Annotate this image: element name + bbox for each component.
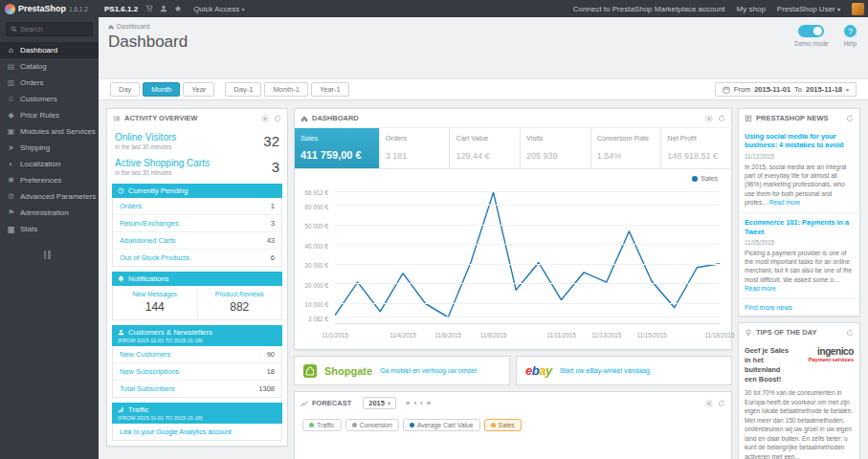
- news-item-title[interactable]: Using social media for your business: 4 …: [745, 132, 854, 150]
- prestashop-logo[interactable]: PrestaShop 1.6.1.2: [0, 4, 99, 14]
- gear-icon[interactable]: [261, 115, 269, 122]
- pending-row-out-of-stock[interactable]: Out of Stock Products6: [113, 250, 281, 266]
- kpi-net-profit[interactable]: Net Profit148 918,51 €: [661, 128, 731, 168]
- range-year-1-button[interactable]: Year-1: [311, 82, 349, 97]
- news-item: Using social media for your business: 4 …: [739, 127, 859, 213]
- read-more-link[interactable]: Read more: [769, 199, 801, 206]
- range-month-1-button[interactable]: Month-1: [264, 82, 308, 97]
- cart-icon[interactable]: [145, 5, 153, 12]
- currently-pending-title: Currently Pending: [128, 186, 188, 195]
- ebay-letter: y: [545, 363, 552, 378]
- trophy-icon[interactable]: [174, 5, 182, 12]
- row-value: 6: [271, 253, 275, 262]
- ebay-link[interactable]: Start uw eBay-winkel vandaag: [560, 367, 650, 374]
- forecast-toggle-conversion[interactable]: Conversion: [345, 419, 399, 431]
- kpi-conversion-rate[interactable]: Conversion Rate1.54%: [591, 128, 662, 168]
- forecast-toggle-traffic[interactable]: Traffic: [302, 419, 342, 431]
- refresh-icon[interactable]: [718, 115, 725, 122]
- pending-row-returns[interactable]: Return/Exchanges3: [113, 215, 281, 232]
- sidebar-item-administration[interactable]: ⚑Administration: [0, 205, 99, 221]
- sidebar-item-catalog[interactable]: ▤Catalog: [0, 58, 99, 75]
- new-messages-tile[interactable]: New Messages 144: [113, 286, 198, 319]
- read-more-link[interactable]: Read more: [745, 285, 776, 292]
- average-cart-value-dot: [410, 423, 414, 427]
- row-label: Abandoned Carts: [120, 236, 175, 245]
- online-visitors-stat: Online Visitors in the last 30 minutes 3…: [107, 127, 287, 153]
- sidebar-item-modules-and-services[interactable]: ▣Modules and Services: [0, 123, 99, 140]
- forecast-toggle-average-cart-value[interactable]: Average Cart Value: [403, 419, 480, 431]
- range-day-button[interactable]: Day: [110, 82, 140, 97]
- refresh-icon[interactable]: [846, 329, 854, 337]
- pending-row-abandoned-carts[interactable]: Abandoned Carts43: [113, 232, 281, 250]
- sidebar-item-dashboard[interactable]: ⌂Dashboard: [0, 42, 99, 58]
- date-from-label: From: [734, 85, 751, 94]
- sidebar-item-shipping[interactable]: ➤Shipping: [0, 140, 99, 156]
- ebay-module-banner[interactable]: ebay Start uw eBay-winkel vandaag: [516, 356, 732, 385]
- forecast-year-select[interactable]: 2015▾: [363, 397, 396, 409]
- date-to-value: 2015-11-18: [806, 85, 842, 94]
- customers-row-total-subscribers[interactable]: Total Subscribers1308: [113, 381, 281, 397]
- dashboard-panel-title: DASHBOARD: [312, 114, 359, 122]
- row-value: 1308: [258, 384, 275, 393]
- kpi-label: Sales: [300, 134, 373, 142]
- sidebar-item-orders[interactable]: ▥Orders: [0, 75, 99, 91]
- sidebar-item-stats[interactable]: ▆Stats: [0, 221, 99, 237]
- user-menu[interactable]: PrestaShop User ▾: [777, 5, 840, 13]
- demo-mode-toggle[interactable]: [798, 25, 824, 37]
- shopgate-module-banner[interactable]: Shopgate Ga mobiel en verhoog uw omzet: [294, 356, 510, 385]
- prestashop-logo-icon: [5, 4, 15, 14]
- breadcrumb[interactable]: Dashboard: [99, 17, 868, 30]
- sidebar-item-customers[interactable]: ☺Customers: [0, 91, 99, 107]
- my-shop-link[interactable]: My shop: [737, 5, 766, 13]
- customers-newsletters-section: Customers & Newsletters (FROM 2015-11-01…: [112, 325, 282, 398]
- date-range-picker[interactable]: From 2015-11-01 To 2015-11-18 ▾: [715, 82, 857, 97]
- refresh-icon[interactable]: [846, 115, 854, 122]
- pager-next-button[interactable]: ›: [420, 399, 423, 407]
- search-input[interactable]: [20, 25, 81, 33]
- kpi-orders[interactable]: Orders3 181: [380, 128, 451, 168]
- chart-x-tick: 11/13/2015: [591, 332, 621, 339]
- avatar[interactable]: [852, 3, 864, 15]
- profile-icon[interactable]: [160, 5, 167, 12]
- chevron-down-icon: ▾: [241, 7, 244, 12]
- sidebar-item-price-rules[interactable]: ◆Price Rules: [0, 107, 99, 123]
- refresh-icon[interactable]: [274, 115, 281, 122]
- sidebar-item-localization[interactable]: ◐Localization: [0, 156, 99, 172]
- sidebar-item-preferences[interactable]: ✱Preferences: [0, 172, 99, 188]
- range-year-button[interactable]: Year: [183, 82, 214, 97]
- kpi-sales[interactable]: Sales411 759,00 €: [295, 128, 380, 168]
- chart-legend[interactable]: Sales: [692, 175, 718, 182]
- range-month-button[interactable]: Month: [143, 82, 180, 97]
- pending-row-orders[interactable]: Orders1: [113, 198, 281, 215]
- quick-access-menu[interactable]: Quick Access ▾: [193, 5, 244, 13]
- sidebar-item-advanced-parameters[interactable]: ⚙Advanced Parameters: [0, 188, 99, 205]
- help-icon[interactable]: [844, 25, 857, 37]
- pager-prev-button[interactable]: ‹: [413, 399, 416, 407]
- sidebar-collapse-button[interactable]: [44, 251, 56, 259]
- product-reviews-tile[interactable]: Product Reviews 882: [198, 286, 282, 319]
- find-more-news-link[interactable]: Find more news: [739, 299, 859, 316]
- kpi-cart-value[interactable]: Cart Value129,44 €: [450, 128, 521, 168]
- customers-row-new-customers[interactable]: New Customers90: [113, 346, 281, 363]
- google-analytics-link[interactable]: Link to your Google Analytics account: [113, 424, 281, 440]
- forecast-icon: [300, 400, 308, 407]
- pager-last-button[interactable]: »: [427, 399, 431, 407]
- chart-gridline: [335, 317, 720, 317]
- gear-icon[interactable]: [705, 400, 713, 407]
- range-day-1-button[interactable]: Day-1: [225, 82, 261, 97]
- marketplace-link[interactable]: Connect to PrestaShop Marketplace accoun…: [573, 5, 725, 13]
- kpi-visits[interactable]: Visits205 939: [521, 128, 591, 168]
- online-visitors-label[interactable]: Online Visitors: [115, 132, 176, 142]
- shop-name-link[interactable]: PS1.6.1.2: [104, 5, 138, 13]
- shopgate-link[interactable]: Ga mobiel en verhoog uw omzet: [380, 367, 477, 374]
- kpi-value: 148 918,51 €: [667, 151, 725, 161]
- forecast-toggle-sales[interactable]: Sales: [484, 419, 522, 431]
- pager-first-button[interactable]: «: [406, 399, 410, 407]
- tips-of-the-day-panel: TIPS OF THE DAY Geef je Sales in het bui…: [738, 322, 860, 459]
- active-carts-label[interactable]: Active Shopping Carts: [115, 158, 210, 168]
- news-item-title[interactable]: Ecommerce 101: Payments in a Tweet: [745, 218, 854, 236]
- customers-row-new-subscriptions[interactable]: New Subscriptions18: [113, 363, 281, 381]
- refresh-icon[interactable]: [718, 400, 725, 407]
- sidebar-search[interactable]: [6, 22, 93, 36]
- gear-icon[interactable]: [705, 115, 713, 122]
